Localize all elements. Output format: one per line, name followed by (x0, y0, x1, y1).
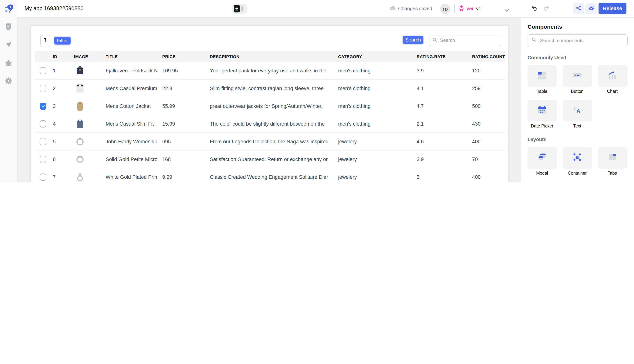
version-layers-icon (459, 5, 464, 12)
table-row[interactable]: 2Mens Casual Premium22.3Slim-fitting sty… (35, 80, 505, 97)
column-header-id[interactable]: ID (50, 54, 71, 59)
components-search-input[interactable] (539, 37, 624, 44)
app-canvas: IDIMAGETITLEPRICEDESCRIPTIONCATEGORYRATI… (17, 18, 521, 182)
cell-id: 3 (50, 103, 71, 109)
user-avatar[interactable]: TD (440, 4, 450, 14)
row-checkbox[interactable] (40, 67, 46, 74)
table-search-box[interactable] (429, 35, 501, 46)
pages-icon[interactable] (5, 23, 13, 30)
cell-rating-rate: 3.9 (414, 156, 469, 162)
table-row[interactable]: 4Mens Casual Slim Fit15.99The color coul… (35, 115, 505, 133)
backpack-product-image (71, 65, 103, 76)
column-header-price[interactable]: PRICE (159, 54, 207, 59)
cell-description: Classic Created Wedding Engagement Solit… (207, 174, 335, 180)
table-row[interactable]: 1Fjallraven - Foldsack N109.95Your perfe… (35, 62, 505, 80)
cell-rating-rate: 4.1 (414, 86, 469, 91)
ring-product-image (71, 154, 103, 164)
row-checkbox[interactable] (40, 120, 46, 127)
component-card-tabs[interactable]: Tabs (598, 147, 627, 176)
component-card-chart[interactable]: Chart (598, 65, 627, 94)
version-selector[interactable]: ver v1 (459, 5, 481, 12)
app-logo-rocket-icon[interactable] (4, 4, 14, 14)
row-checkbox[interactable] (40, 173, 46, 180)
table-row[interactable]: 5John Hardy Women's L695From our Legends… (35, 133, 505, 150)
component-card-text[interactable]: fAText (563, 100, 592, 128)
row-checkbox[interactable] (40, 156, 46, 163)
table-row[interactable]: 7White Gold Plated Prin9.99Classic Creat… (35, 168, 505, 182)
modal-component-icon (537, 152, 547, 164)
cell-description: The color could be slightly different be… (207, 121, 335, 126)
column-header-image[interactable]: IMAGE (71, 54, 103, 59)
release-button[interactable]: Release (598, 3, 626, 14)
cell-price: 695 (159, 138, 207, 144)
desktop-icon[interactable] (234, 5, 240, 12)
cell-id: 2 (50, 86, 71, 91)
desktop-mobile-toggle[interactable] (233, 4, 247, 14)
cell-rating-rate: 3.9 (414, 68, 469, 73)
table-row[interactable]: 6Solid Gold Petite Micro168Satisfaction … (35, 150, 505, 168)
cell-description: Satisfaction Guaranteed. Return or excha… (207, 156, 335, 162)
table-row[interactable]: 3Mens Cotton Jacket55.99great outerwear … (35, 97, 505, 115)
inspector-cursor-icon[interactable] (5, 41, 13, 49)
table-widget[interactable]: IDIMAGETITLEPRICEDESCRIPTIONCATEGORYRATI… (31, 25, 508, 182)
redo-button[interactable] (543, 5, 549, 13)
undo-button[interactable] (531, 5, 537, 13)
cell-rating-count: 400 (469, 138, 505, 144)
cell-price: 22.3 (159, 86, 207, 91)
component-card-container[interactable]: Container (563, 147, 592, 176)
component-grid: TableButtonChartDate PickerfAText (527, 65, 627, 128)
column-header-rating-rate[interactable]: RATING.RATE (414, 54, 469, 59)
cell-title: Fjallraven - Foldsack N (103, 68, 159, 73)
app-title[interactable]: My app 1693822590880 (25, 5, 84, 11)
cell-category: jewelery (335, 156, 414, 162)
debugger-bug-icon[interactable] (5, 59, 13, 67)
share-button[interactable] (573, 3, 584, 14)
component-card-date-picker[interactable]: Date Picker (527, 100, 557, 128)
mobile-icon[interactable] (241, 6, 243, 11)
cell-title: White Gold Plated Prin (103, 174, 159, 180)
preview-button[interactable] (585, 3, 597, 14)
cell-rating-count: 500 (469, 103, 505, 109)
diamondring-product-image (71, 172, 103, 182)
component-card-button[interactable]: Button (563, 65, 592, 94)
cell-rating-count: 400 (469, 174, 505, 180)
cell-rating-rate: 4.6 (414, 138, 469, 144)
search-annotation-badge: Search (403, 36, 423, 44)
column-header-title[interactable]: TITLE (103, 54, 159, 59)
search-icon (432, 37, 437, 44)
cell-description: From our Legends Collection, the Naga wa… (207, 138, 335, 144)
filter-button[interactable] (40, 35, 50, 47)
components-search-box[interactable] (527, 34, 627, 46)
component-card-list-view[interactable]: List View (527, 182, 557, 182)
row-checkbox-checked[interactable] (40, 102, 46, 110)
column-header-category[interactable]: CATEGORY (335, 54, 414, 59)
component-label: Container (563, 171, 592, 176)
cell-id: 4 (50, 121, 71, 126)
cell-title: Solid Gold Petite Micro (103, 156, 159, 162)
cell-id: 1 (50, 68, 71, 73)
column-header-description[interactable]: DESCRIPTION (207, 54, 335, 59)
cell-rating-rate: 3 (414, 174, 469, 180)
settings-gear-icon[interactable] (5, 77, 13, 85)
component-grid: ModalContainerTabsList View (527, 147, 627, 182)
data-table: IDIMAGETITLEPRICEDESCRIPTIONCATEGORYRATI… (35, 51, 505, 182)
row-checkbox[interactable] (40, 138, 46, 145)
row-checkbox[interactable] (40, 85, 46, 92)
cell-category: men's clothing (335, 121, 414, 126)
divider (521, 0, 521, 17)
cell-id: 5 (50, 138, 71, 144)
cell-title: Mens Casual Premium (103, 86, 159, 91)
component-card-table[interactable]: Table (527, 65, 557, 94)
component-label: Modal (527, 171, 557, 176)
column-header-rating-count[interactable]: RATING.COUNT (469, 54, 505, 59)
cell-description: Your perfect pack for everyday use and w… (207, 68, 335, 73)
component-card-modal[interactable]: Modal (527, 147, 557, 176)
chevron-down-icon[interactable] (504, 7, 509, 14)
component-label: Tabs (598, 171, 627, 176)
table-component-icon (537, 70, 547, 82)
component-label: Button (563, 89, 592, 94)
table-search-input[interactable] (439, 37, 501, 44)
cell-id: 7 (50, 174, 71, 180)
cell-price: 109.95 (159, 68, 207, 73)
cell-rating-count: 430 (469, 121, 505, 126)
